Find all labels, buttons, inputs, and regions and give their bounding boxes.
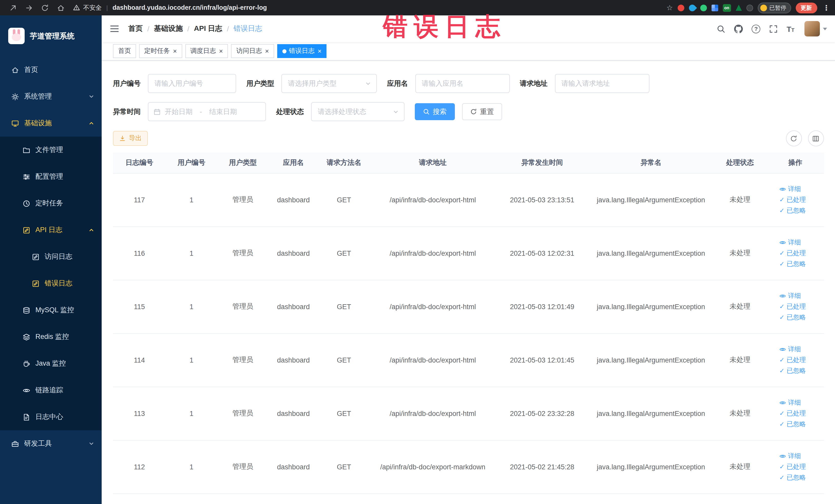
detail-link[interactable]: 详细: [779, 185, 801, 193]
check-icon: ✓: [779, 410, 785, 417]
extension-icon[interactable]: [735, 5, 741, 11]
column-settings-button[interactable]: [808, 130, 824, 146]
extension-icon[interactable]: [711, 4, 718, 11]
detail-link[interactable]: 详细: [779, 291, 801, 300]
breadcrumb-item[interactable]: 基础设施: [154, 24, 183, 33]
share-icon[interactable]: [9, 4, 17, 12]
export-button[interactable]: 导出: [113, 131, 148, 146]
breadcrumb-item[interactable]: 首页: [128, 24, 143, 33]
app-title: 芋道管理系统: [30, 31, 75, 41]
clock-icon: [23, 200, 30, 207]
mark-ignored-link[interactable]: ✓已忽略: [779, 313, 806, 322]
github-icon[interactable]: [734, 24, 743, 33]
layers-icon: [23, 333, 30, 341]
fullscreen-icon[interactable]: [769, 24, 778, 33]
chevron-up-icon: [88, 227, 95, 233]
browser-update-button[interactable]: 更新: [795, 2, 817, 13]
user-id-label: 用户编号: [113, 79, 141, 88]
filter-row-2: 异常时间 开始日期 - 结束日期 处理状态 请选择处理状态: [113, 102, 824, 121]
table-row: 112 1 管理员 dashboard GET /api/infra/db-do…: [113, 440, 824, 493]
sidebar-item-mysql-monitor[interactable]: MySQL 监控: [0, 297, 102, 323]
refresh-icon: [470, 108, 477, 115]
app-logo[interactable]: 芋道管理系统: [0, 15, 102, 57]
reset-button[interactable]: 重置: [462, 103, 502, 120]
extension-icon[interactable]: [700, 4, 707, 11]
mark-processed-link[interactable]: ✓已处理: [779, 409, 806, 418]
close-icon[interactable]: ×: [265, 48, 269, 55]
request-url-input[interactable]: [555, 74, 649, 93]
help-icon[interactable]: ?: [752, 24, 760, 33]
sidebar-item-scheduled-jobs[interactable]: 定时任务: [0, 190, 102, 217]
request-url-label: 请求地址: [520, 79, 548, 88]
sidebar-item-trace[interactable]: 链路追踪: [0, 377, 102, 404]
font-size-icon[interactable]: TT: [787, 24, 794, 33]
mark-processed-link[interactable]: ✓已处理: [779, 249, 806, 258]
mark-ignored-link[interactable]: ✓已忽略: [779, 206, 806, 215]
app-body: 芋道管理系统 首页 系统管理 基础设施 文件管理: [0, 15, 835, 504]
sidebar-item-java-monitor[interactable]: Java 监控: [0, 350, 102, 377]
detail-link[interactable]: 详细: [779, 398, 801, 407]
paused-badge[interactable]: 已暂停: [757, 2, 791, 13]
mark-processed-link[interactable]: ✓已处理: [779, 195, 806, 204]
address-bar[interactable]: 不安全 | dashboard.yudao.iocoder.cn/infra/l…: [73, 3, 267, 12]
sidebar-item-home[interactable]: 首页: [0, 57, 102, 83]
download-icon: [119, 135, 126, 142]
sidebar-item-api-log[interactable]: API 日志: [0, 217, 102, 243]
mark-processed-link[interactable]: ✓已处理: [779, 356, 806, 364]
browser-menu-icon[interactable]: ⋮: [823, 4, 830, 12]
sidebar-item-dev-tools[interactable]: 研发工具: [0, 430, 102, 457]
check-icon: ✓: [779, 368, 785, 374]
mark-processed-link[interactable]: ✓已处理: [779, 462, 806, 471]
tab-error-log[interactable]: 错误日志 ×: [277, 44, 327, 58]
security-label: 不安全: [83, 3, 102, 12]
extension-icon[interactable]: [677, 4, 684, 11]
eye-icon: [779, 293, 786, 299]
sidebar-item-file-management[interactable]: 文件管理: [0, 137, 102, 163]
tab-home[interactable]: 首页: [113, 44, 136, 58]
extension-icon[interactable]: [746, 4, 753, 11]
detail-link[interactable]: 详细: [779, 238, 801, 247]
close-icon[interactable]: ×: [318, 48, 322, 55]
mark-ignored-link[interactable]: ✓已忽略: [779, 366, 806, 375]
sidebar-item-redis-monitor[interactable]: Redis 监控: [0, 323, 102, 350]
bookmark-star-icon[interactable]: ☆: [666, 4, 673, 11]
gear-icon: [11, 93, 19, 100]
app-name-input[interactable]: [415, 74, 510, 93]
exception-time-label: 异常时间: [113, 107, 141, 116]
extension-on-badge[interactable]: on: [722, 4, 731, 12]
detail-link[interactable]: 详细: [779, 451, 801, 460]
detail-link[interactable]: 详细: [779, 345, 801, 354]
tab-schedule-log[interactable]: 调度日志 ×: [185, 44, 228, 58]
column-header: 请求地址: [370, 153, 496, 173]
mark-processed-link[interactable]: ✓已处理: [779, 302, 806, 311]
user-menu[interactable]: [804, 21, 827, 37]
mark-ignored-link[interactable]: ✓已忽略: [779, 473, 806, 482]
close-icon[interactable]: ×: [173, 48, 177, 55]
user-type-select[interactable]: 请选择用户类型: [281, 74, 377, 93]
reload-icon[interactable]: [41, 4, 49, 12]
extension-icon[interactable]: [687, 3, 697, 13]
table-row: 116 1 管理员 dashboard GET /api/infra/db-do…: [113, 226, 824, 280]
mark-ignored-link[interactable]: ✓已忽略: [779, 260, 806, 268]
sidebar-item-access-log[interactable]: 访问日志: [0, 243, 102, 270]
breadcrumb-item[interactable]: API 日志: [194, 24, 222, 33]
tab-scheduled-jobs[interactable]: 定时任务 ×: [139, 44, 182, 58]
refresh-button[interactable]: [786, 130, 802, 146]
user-id-input[interactable]: [148, 74, 236, 93]
close-icon[interactable]: ×: [219, 48, 223, 55]
browser-home-icon[interactable]: [57, 4, 65, 12]
sidebar-item-system-management[interactable]: 系统管理: [0, 83, 102, 110]
sidebar-item-infrastructure[interactable]: 基础设施: [0, 110, 102, 137]
sidebar-item-log-center[interactable]: 日志中心: [0, 404, 102, 430]
mark-ignored-link[interactable]: ✓已忽略: [779, 420, 806, 428]
column-header: 异常发生时间: [496, 153, 588, 173]
sidebar-item-config-management[interactable]: 配置管理: [0, 163, 102, 190]
hamburger-icon[interactable]: [110, 24, 119, 33]
forward-icon[interactable]: [25, 4, 33, 12]
tab-access-log[interactable]: 访问日志 ×: [231, 44, 274, 58]
process-status-select[interactable]: 请选择处理状态: [311, 102, 405, 121]
search-icon[interactable]: [717, 24, 726, 33]
search-button[interactable]: 搜索: [415, 103, 455, 120]
exception-time-range-picker[interactable]: 开始日期 - 结束日期: [148, 102, 266, 121]
sidebar-item-error-log[interactable]: 错误日志: [0, 270, 102, 297]
